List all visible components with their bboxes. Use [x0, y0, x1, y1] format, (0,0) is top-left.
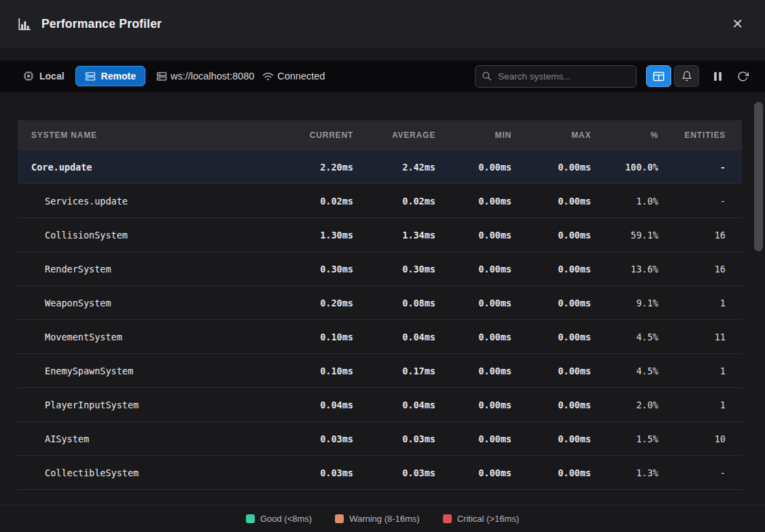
cell-name: MovementSystem — [31, 332, 277, 342]
cell-max: 0.00ms — [512, 230, 591, 241]
connection-status-label: Connected — [277, 71, 325, 82]
window-title: Performance Profiler — [41, 17, 162, 31]
column-header[interactable]: CURRENT — [277, 130, 353, 140]
table-row[interactable]: MovementSystem0.10ms0.04ms0.00ms0.00ms4.… — [18, 320, 742, 354]
cell-entities: 1 — [658, 400, 726, 410]
cell-current: 0.30ms — [277, 264, 353, 274]
cell-max: 0.00ms — [512, 196, 591, 207]
cell-current: 0.20ms — [277, 298, 353, 308]
refresh-icon — [737, 71, 749, 82]
legend-swatch — [335, 514, 344, 523]
legend-item: Good (<8ms) — [246, 514, 312, 524]
cell-min: 0.00ms — [435, 467, 512, 478]
table-row[interactable]: WeaponSystem0.20ms0.08ms0.00ms0.00ms9.1%… — [18, 286, 742, 320]
table-row[interactable]: EnemySpawnSystem0.10ms0.17ms0.00ms0.00ms… — [18, 354, 742, 388]
search-box — [475, 65, 637, 88]
bell-icon — [681, 71, 692, 82]
cell-current: 0.10ms — [277, 366, 353, 376]
cell-percent: 4.5% — [591, 332, 658, 342]
cell-name: WeaponSystem — [31, 298, 277, 308]
table-body: Core.update2.20ms2.42ms0.00ms0.00ms100.0… — [18, 150, 742, 490]
pause-button[interactable] — [711, 69, 725, 84]
cell-entities: 1 — [658, 366, 726, 376]
cell-current: 0.03ms — [277, 467, 353, 478]
cell-percent: 1.3% — [591, 467, 658, 478]
wifi-icon — [262, 72, 274, 81]
cell-name: RenderSystem — [31, 264, 277, 274]
window-header: Performance Profiler ✕ — [0, 0, 765, 48]
cell-current: 1.30ms — [277, 230, 353, 241]
column-header[interactable]: MAX — [512, 130, 591, 140]
cell-min: 0.00ms — [435, 264, 512, 274]
connection-status: Connected — [262, 71, 325, 82]
table-row[interactable]: CollisionSystem1.30ms1.34ms0.00ms0.00ms5… — [18, 218, 742, 252]
cell-max: 0.00ms — [512, 467, 591, 478]
cell-percent: 1.5% — [591, 433, 658, 444]
column-header[interactable]: MIN — [435, 130, 512, 140]
table-view-button[interactable] — [646, 65, 671, 87]
cell-name: AISystem — [31, 433, 277, 444]
cell-min: 0.00ms — [435, 433, 512, 444]
refresh-button[interactable] — [734, 68, 751, 85]
endpoint: ws://localhost:8080 — [156, 71, 254, 82]
legend-swatch — [246, 514, 255, 523]
remote-button-label: Remote — [101, 71, 136, 82]
legend-item: Critical (>16ms) — [443, 514, 519, 524]
local-button[interactable]: Local — [14, 66, 74, 86]
cell-percent: 4.5% — [591, 366, 658, 376]
bar-chart-icon — [18, 17, 32, 31]
cell-min: 0.00ms — [435, 196, 512, 207]
cell-entities: 16 — [658, 264, 726, 274]
cell-name: Core.update — [31, 162, 277, 173]
local-button-label: Local — [39, 71, 65, 82]
search-input[interactable] — [475, 65, 637, 88]
cell-entities: 10 — [658, 433, 726, 444]
cell-current: 0.04ms — [277, 400, 353, 410]
cell-name: CollisionSystem — [31, 230, 277, 241]
server-icon — [85, 71, 96, 82]
table-header: SYSTEM NAMECURRENTAVERAGEMINMAX%ENTITIES — [18, 120, 742, 150]
cell-name: Services.update — [31, 196, 277, 207]
legend-swatch — [443, 514, 452, 523]
column-header[interactable]: % — [591, 130, 658, 140]
column-header[interactable]: SYSTEM NAME — [31, 130, 277, 140]
cell-min: 0.00ms — [435, 230, 512, 241]
cell-min: 0.00ms — [435, 298, 512, 308]
cell-entities: 1 — [658, 298, 726, 308]
cell-min: 0.00ms — [435, 332, 512, 342]
remote-button[interactable]: Remote — [75, 66, 145, 86]
performance-profiler-window: Performance Profiler ✕ Local — [0, 0, 765, 490]
cell-average: 0.17ms — [353, 366, 435, 376]
cell-max: 0.00ms — [512, 162, 591, 173]
cell-name: CollectibleSystem — [31, 467, 277, 478]
table-row[interactable]: PlayerInputSystem0.04ms0.04ms0.00ms0.00m… — [18, 388, 742, 422]
cell-min: 0.00ms — [435, 366, 512, 376]
cell-max: 0.00ms — [512, 433, 591, 444]
cell-max: 0.00ms — [512, 332, 591, 342]
table-row[interactable]: Services.update0.02ms0.02ms0.00ms0.00ms1… — [18, 184, 742, 218]
legend-label: Good (<8ms) — [260, 514, 312, 524]
column-header[interactable]: ENTITIES — [658, 130, 726, 140]
notifications-button[interactable] — [674, 65, 699, 87]
cell-max: 0.00ms — [512, 264, 591, 274]
scrollbar[interactable] — [754, 101, 763, 498]
cell-percent: 59.1% — [591, 230, 658, 241]
cell-percent: 1.0% — [591, 196, 658, 207]
cell-entities: 11 — [658, 332, 726, 342]
close-button[interactable]: ✕ — [728, 14, 747, 33]
column-header[interactable]: AVERAGE — [353, 130, 435, 140]
cell-name: EnemySpawnSystem — [31, 366, 277, 376]
cell-average: 0.02ms — [353, 196, 435, 207]
cell-max: 0.00ms — [512, 298, 591, 308]
table-row[interactable]: CollectibleSystem0.03ms0.03ms0.00ms0.00m… — [18, 456, 742, 490]
table-row[interactable]: AISystem0.03ms0.03ms0.00ms0.00ms1.5%10 — [18, 422, 742, 456]
table-row[interactable]: Core.update2.20ms2.42ms0.00ms0.00ms100.0… — [18, 150, 742, 184]
table-row[interactable]: RenderSystem0.30ms0.30ms0.00ms0.00ms13.6… — [18, 252, 742, 286]
cell-average: 0.03ms — [353, 433, 435, 444]
legend-label: Warning (8-16ms) — [349, 514, 420, 524]
search-icon — [482, 71, 492, 82]
scrollbar-thumb[interactable] — [754, 102, 763, 251]
toolbar: Local Remote ws://localho — [0, 60, 765, 92]
cell-percent: 9.1% — [591, 298, 658, 308]
cell-min: 0.00ms — [435, 400, 512, 410]
